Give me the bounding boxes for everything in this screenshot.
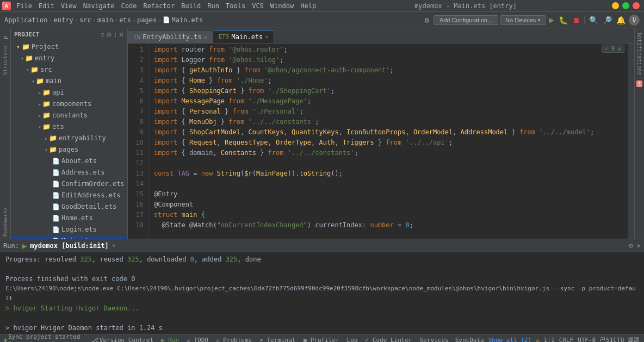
tree-item-gooddetail-ets[interactable]: 📄 GoodDetail.ets xyxy=(11,201,127,213)
tree-item-main[interactable]: ▾ 📁 main xyxy=(11,76,127,87)
sync-data-label[interactable]: SyncData xyxy=(455,337,484,342)
tree-item-ets[interactable]: ▾ 📁 ets xyxy=(11,121,127,133)
search-icon[interactable]: 🔍 xyxy=(588,16,599,24)
tree-item-main-ets[interactable]: 📄 Main.ets xyxy=(11,235,127,239)
status-right: SyncData Show all (2) ⚠ 1:1 CRLF UTF-8 已… xyxy=(455,336,640,342)
menu-code[interactable]: Code xyxy=(118,0,140,12)
debug-button[interactable]: 🐛 xyxy=(558,16,569,24)
vertical-scrollbar[interactable] xyxy=(628,43,634,239)
tree-item-constants[interactable]: ▸ 📁 constants xyxy=(11,110,127,121)
todo-tab[interactable]: ≡ TODO xyxy=(184,337,210,342)
tree-item-home-ets[interactable]: 📄 Home.ets xyxy=(11,213,127,224)
version-control-tab[interactable]: ⎇ Version Control xyxy=(89,337,156,342)
tree-item-confirmorder-ets[interactable]: 📄 ConfirmOrder.ets xyxy=(11,178,127,190)
tree-item-editaddress-ets[interactable]: 📄 EditAddress.ets xyxy=(11,190,127,201)
breadcrumb-src[interactable]: src xyxy=(79,16,91,24)
address-label: Address.ets xyxy=(61,167,104,178)
menu-file[interactable]: File xyxy=(13,0,35,12)
structure-tab[interactable]: Structure xyxy=(2,43,8,77)
tree-item-api[interactable]: ▸ 📁 api xyxy=(11,87,127,98)
tree-item-pages[interactable]: ▾ 📁 pages xyxy=(11,144,127,156)
avatar[interactable]: U xyxy=(629,15,640,26)
tab-main-ets-close[interactable]: ✕ xyxy=(265,34,268,40)
sitrep-label: 已51CTO 爆题 xyxy=(600,336,640,342)
services-tab[interactable]: Services xyxy=(418,337,451,342)
menu-tools[interactable]: Tools xyxy=(222,0,249,12)
menu-vcs[interactable]: VCS xyxy=(249,0,267,12)
notification-icon[interactable]: 🔔 xyxy=(615,16,627,24)
tree-collapse-all-btn[interactable]: ≡ xyxy=(101,31,104,39)
menu-window[interactable]: Window xyxy=(267,0,297,12)
maximize-btn[interactable] xyxy=(622,2,629,9)
gutter-badge[interactable]: ✓ 9 ∧ xyxy=(602,45,624,53)
notifications-tab[interactable]: Notifications xyxy=(636,30,642,77)
code-line-6: import MessagePage from './MessagePage'; xyxy=(154,96,634,107)
run-tab-label[interactable]: mydemox [build:init] xyxy=(30,242,109,250)
run-panel-close[interactable]: ✕ xyxy=(636,241,641,250)
tree-item-entryability[interactable]: ▸ 📁 entryability xyxy=(11,133,127,144)
add-configuration-button[interactable]: Add Configuration... xyxy=(434,15,498,25)
code-linter-tab[interactable]: ✓ Code Linter xyxy=(363,337,414,342)
line-col-indicator[interactable]: 1:1 xyxy=(544,337,555,342)
login-file-icon: 📄 xyxy=(52,225,60,235)
code-line-1: import router from '@ohos.router'; xyxy=(154,45,634,55)
tree-item-src[interactable]: ▾ 📁 src xyxy=(11,64,127,76)
tab-entryability-close[interactable]: ✕ xyxy=(204,34,207,40)
tree-item-components[interactable]: ▸ 📁 components xyxy=(11,98,127,110)
encoding-indicator[interactable]: UTF-8 xyxy=(578,337,596,342)
menu-build[interactable]: Build xyxy=(178,0,204,12)
crlf-indicator[interactable]: CRLF xyxy=(559,337,574,342)
breadcrumb: Application › entry › src › main › ets ›… xyxy=(4,16,203,24)
terminal-tab[interactable]: > Terminal xyxy=(257,337,298,342)
entryability-label: entryability xyxy=(59,133,106,144)
no-devices-button[interactable]: No Devices ▾ xyxy=(500,15,546,25)
breadcrumb-pages[interactable]: pages xyxy=(137,16,157,24)
api-arrow: ▸ xyxy=(38,88,41,98)
run-settings-icon[interactable]: ⚙ xyxy=(629,241,633,250)
api-folder-icon: 📁 xyxy=(42,88,51,98)
breadcrumb-ets[interactable]: ets xyxy=(119,16,131,24)
tree-item-about-ets[interactable]: 📄 About.ets xyxy=(11,156,127,167)
tab-main-ets[interactable]: ETS Main.ets ✕ xyxy=(213,30,275,43)
menu-run[interactable]: Run xyxy=(204,0,222,12)
minimize-btn[interactable] xyxy=(612,2,619,9)
tree-close-btn[interactable]: ✕ xyxy=(119,31,124,39)
tree-settings-btn[interactable]: ⚙ xyxy=(106,31,112,39)
breadcrumb-main[interactable]: main xyxy=(97,16,113,24)
stop-button[interactable]: ⏹ xyxy=(571,16,581,24)
log-tab[interactable]: Log xyxy=(345,337,360,342)
menu-navigate[interactable]: Navigate xyxy=(80,0,118,12)
search-everywhere-icon[interactable]: 🔎 xyxy=(602,16,613,24)
breadcrumb-entry[interactable]: entry xyxy=(54,16,73,24)
src-folder-icon: 📁 xyxy=(30,65,39,75)
editor-area: TS EntryAbility.ts ✕ ETS Main.ets ✕ 1 2 … xyxy=(128,28,634,239)
project-tab-icon[interactable]: P xyxy=(2,32,9,39)
run-status-tab[interactable]: ▶ Run xyxy=(159,337,181,342)
run-tab-close[interactable]: ✕ xyxy=(112,242,116,249)
tree-item-login-ets[interactable]: 📄 Login.ets xyxy=(11,224,127,235)
breadcrumb-filename[interactable]: Main.ets xyxy=(171,16,203,24)
close-btn[interactable] xyxy=(633,2,640,9)
settings-icon[interactable]: ⚙ xyxy=(422,15,431,26)
bookmarks-tab[interactable]: Bookmarks xyxy=(2,205,8,239)
menu-edit[interactable]: Edit xyxy=(35,0,58,12)
code-content[interactable]: import router from '@ohos.router'; impor… xyxy=(148,43,634,239)
entry-folder-icon: 📁 xyxy=(25,53,33,64)
code-line-13: const TAG = new String($r(MainPage)).toS… xyxy=(154,169,634,179)
profiler-tab[interactable]: ◉ Profiler xyxy=(301,337,341,342)
run-play-icon[interactable]: ▶ xyxy=(22,241,27,250)
run-button[interactable]: ▶ xyxy=(548,15,555,25)
problems-tab[interactable]: ⚠ Problems xyxy=(214,337,254,342)
tab-entryability[interactable]: TS EntryAbility.ts ✕ xyxy=(128,31,213,43)
menu-view[interactable]: View xyxy=(58,0,80,12)
project-icon: ▾ xyxy=(16,42,20,52)
tree-item-address-ets[interactable]: 📄 Address.ets xyxy=(11,167,127,178)
tree-item-entry[interactable]: ▾ 📁 entry xyxy=(11,53,127,64)
menu-help[interactable]: Help xyxy=(297,0,319,12)
pages-label: pages xyxy=(59,145,78,155)
show-all-label[interactable]: Show all (2) xyxy=(488,337,531,342)
menu-refactor[interactable]: Refactor xyxy=(140,0,178,12)
breadcrumb-application[interactable]: Application xyxy=(4,16,47,24)
tree-scroll-btn[interactable]: ↕ xyxy=(114,31,117,39)
tree-item-project[interactable]: ▾ 📁 Project xyxy=(11,41,127,53)
